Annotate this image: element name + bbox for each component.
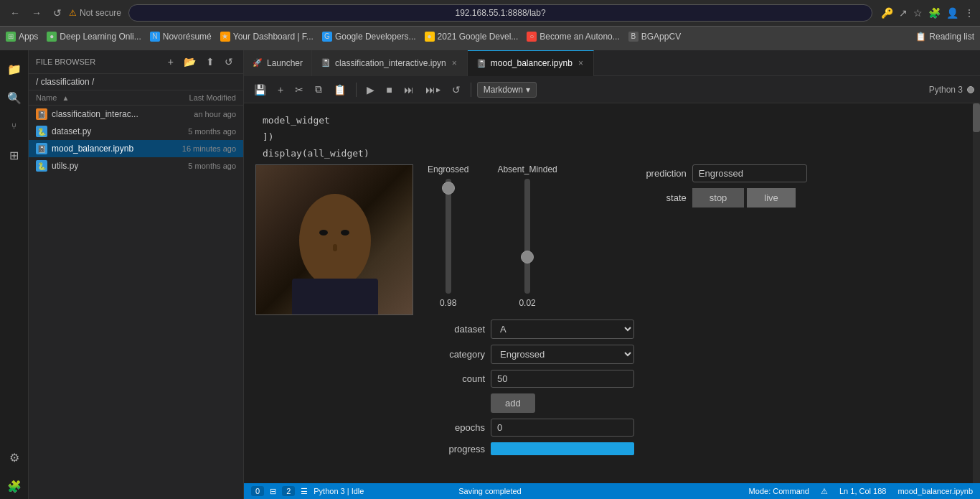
file-item-dataset[interactable]: 🐍 dataset.py 5 months ago xyxy=(29,123,243,140)
forward-button[interactable]: → xyxy=(27,6,46,20)
run-button[interactable]: ▶ xyxy=(362,81,379,98)
paste-button[interactable]: 📋 xyxy=(329,81,350,98)
dashboard-bookmark-label: Your Dashboard | F... xyxy=(233,32,314,42)
engrossed-slider-thumb[interactable] xyxy=(442,182,455,195)
saving-status-label: Saving completed xyxy=(458,487,521,495)
copy-button[interactable]: ⧉ xyxy=(311,80,326,98)
cell-type-label: Markdown xyxy=(484,85,523,95)
share-icon[interactable]: ↗ xyxy=(899,7,908,19)
prediction-input[interactable] xyxy=(692,164,807,182)
sidebar-item-settings[interactable]: ⚙ xyxy=(1,444,27,470)
extensions-icon[interactable]: 🔑 xyxy=(881,7,893,19)
sidebar-item-search[interactable]: 🔍 xyxy=(1,85,27,111)
tab-classification[interactable]: 📓 classification_interactive.ipyn × xyxy=(312,50,468,76)
camera-feed xyxy=(255,164,413,315)
bookmark-googledev2021[interactable]: ● 2021 Google Devel... xyxy=(425,32,519,42)
file-name-classification: classification_interac... xyxy=(52,109,150,119)
tab-mood-balancer-label: mood_balancer.ipynb xyxy=(491,58,573,68)
file-item-mood-balancer[interactable]: 📓 mood_balancer.ipynb 16 minutes ago xyxy=(29,140,243,157)
file-modified-classification: an hour ago xyxy=(150,110,236,118)
autonomous-bookmark-icon: ○ xyxy=(527,32,537,42)
sidebar-item-files[interactable]: 📁 xyxy=(1,56,27,82)
prediction-row: prediction xyxy=(629,164,807,182)
category-form-label: category xyxy=(428,349,485,360)
notebook-content: model_widget ]) display(all_widget) xyxy=(244,103,973,483)
extensions-puzzle-icon[interactable]: 🧩 xyxy=(928,7,941,19)
upload-button[interactable]: ⬆ xyxy=(203,55,217,69)
googledev2021-bookmark-label: 2021 Google Devel... xyxy=(438,32,519,42)
stop-button[interactable]: ■ xyxy=(382,81,396,98)
menu-icon[interactable]: ⋮ xyxy=(964,7,974,19)
add-cell-button[interactable]: + xyxy=(273,81,288,98)
bookmark-novoResume[interactable]: N Novorésumé xyxy=(150,32,212,42)
cell-type-dropdown[interactable]: Markdown ▾ xyxy=(477,82,537,98)
tab-mood-balancer[interactable]: 📓 mood_balancer.ipynb × xyxy=(468,50,594,76)
bookmark-apps[interactable]: ⊞ Apps xyxy=(6,32,38,42)
epochs-input[interactable] xyxy=(491,419,634,437)
file-modified-mood-balancer: 16 minutes ago xyxy=(150,144,236,153)
engrossed-slider-track[interactable] xyxy=(446,179,451,294)
back-button[interactable]: ← xyxy=(6,6,24,20)
toolbar-sep-2 xyxy=(471,83,471,97)
dataset-select[interactable]: A B C xyxy=(491,320,634,339)
file-icon-classification: 📓 xyxy=(36,108,47,120)
refresh-kernel-button[interactable]: ↺ xyxy=(448,81,465,98)
cell-output-line2: ]) xyxy=(255,131,961,142)
address-bar[interactable] xyxy=(128,4,872,22)
progress-row: progress xyxy=(428,442,961,455)
table-icon: ⊞ xyxy=(9,149,19,162)
tab-classification-label: classification_interactive.ipyn xyxy=(335,58,446,68)
cut-button[interactable]: ✂ xyxy=(291,81,308,98)
count-form-label: count xyxy=(428,373,485,384)
count-input[interactable] xyxy=(491,370,634,388)
sidebar-item-table[interactable]: ⊞ xyxy=(1,142,27,168)
refresh-button[interactable]: ↺ xyxy=(49,6,66,20)
reading-list-button[interactable]: 📋 Reading list xyxy=(915,32,974,42)
count-row: count xyxy=(428,370,961,388)
bookmark-star-icon[interactable]: ☆ xyxy=(913,7,923,19)
category-select[interactable]: Engrossed Absent_Minded xyxy=(491,345,634,364)
epochs-form-label: epochs xyxy=(428,422,485,433)
notebook-scrollbar[interactable] xyxy=(973,103,980,483)
add-button[interactable]: add xyxy=(491,393,535,413)
live-state-button[interactable]: live xyxy=(747,188,796,207)
bookmark-dashboard[interactable]: ★ Your Dashboard | F... xyxy=(220,32,314,42)
tab-launcher[interactable]: 🚀 Launcher xyxy=(244,50,312,76)
save-button[interactable]: 💾 xyxy=(250,81,270,98)
bookmark-bgapp[interactable]: B BGAppCV xyxy=(628,32,681,42)
stop-state-button[interactable]: stop xyxy=(692,188,745,207)
absent-minded-slider-value: 0.02 xyxy=(519,298,535,308)
epochs-row: epochs xyxy=(428,419,961,437)
tab-classification-close-button[interactable]: × xyxy=(451,58,458,68)
refresh-files-button[interactable]: ↺ xyxy=(222,55,236,69)
dashboard-bookmark-icon: ★ xyxy=(220,32,230,42)
absent-minded-slider-col: Absent_Minded 0.02 xyxy=(497,164,557,308)
new-folder-button[interactable]: 📂 xyxy=(181,55,199,69)
file-item-utils[interactable]: 🐍 utils.py 5 months ago xyxy=(29,157,243,174)
cell-type-chevron-icon: ▾ xyxy=(526,85,530,95)
googledev-bookmark-icon: G xyxy=(322,32,332,42)
bookmark-googledev[interactable]: G Google Developers... xyxy=(322,32,416,42)
face-visualization xyxy=(256,165,413,314)
mode-label: Mode: Command xyxy=(749,487,809,495)
kernel-status-circle xyxy=(967,86,974,93)
new-file-button[interactable]: + xyxy=(165,55,176,69)
restart-button[interactable]: ⏭ xyxy=(400,81,418,98)
cell-output-line3: display(all_widget) xyxy=(255,148,961,159)
absent-minded-slider-thumb[interactable] xyxy=(521,251,534,264)
absent-minded-slider-track[interactable] xyxy=(524,179,530,294)
restart-run-all-button[interactable]: ⏭▶ xyxy=(421,81,445,98)
tab-mood-balancer-close-button[interactable]: × xyxy=(577,58,585,68)
bookmark-autonomous[interactable]: ○ Become an Autono... xyxy=(527,32,619,42)
sidebar-item-puzzle[interactable]: 🧩 xyxy=(1,473,27,499)
file-name-utils: utils.py xyxy=(52,161,150,171)
file-name-dataset: dataset.py xyxy=(52,126,150,136)
state-label: state xyxy=(629,192,687,203)
sidebar-item-git[interactable]: ⑂ xyxy=(1,113,27,139)
profile-icon[interactable]: 👤 xyxy=(946,7,958,19)
add-btn-row: add xyxy=(428,393,961,413)
file-item-classification[interactable]: 📓 classification_interac... an hour ago xyxy=(29,106,243,123)
col-modified-header[interactable]: Last Modified xyxy=(150,93,236,102)
settings-icon: ⚙ xyxy=(9,451,19,465)
bookmark-deeplearning[interactable]: ● Deep Learning Onli... xyxy=(47,32,141,42)
